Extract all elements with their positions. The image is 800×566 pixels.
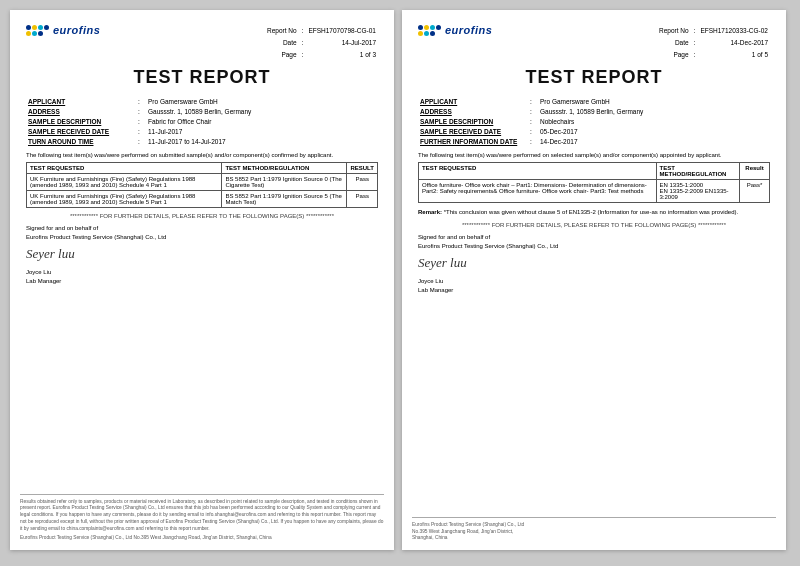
signed-section-1: Signed for and on behalf of Eurofins Pro… [26,224,378,286]
report-no-label-1: Report No [264,26,297,36]
address-value-2: Gaussstr. 1, 10589 Berlin, Germany [538,106,770,116]
date-label-1: Date [264,38,297,48]
report-1-title: TEST REPORT [26,67,378,88]
company-name-2: Eurofins Product Testing Service (Shangh… [418,242,770,251]
report-1-intro: The following test item(s) was/were perf… [26,152,378,158]
signer-name-2: Joyce Liu [418,277,770,286]
applicant-label-2: APPLICANT [418,96,528,106]
signed-for-1: Signed for and on behalf of [26,224,378,233]
report-no-value-2: EFSH17120333-CG-02 [697,26,768,36]
footer-2: Eurofins Product Testing Service (Shangh… [412,517,776,542]
logo-dots-2 [418,25,441,36]
remark-section-2: Remark: *This conclusion was given witho… [418,208,770,216]
applicant-value-2: Pro Gamersware GmbH [538,96,770,106]
page-container: eurofins Report No : EFSH17070798-CG-01 … [10,10,790,550]
test-col-header-1: TEST REQUESTED [27,163,222,174]
report-2-info-table: APPLICANT : Pro Gamersware GmbH ADDRESS … [418,96,770,146]
date-value-2: 14-Dec-2017 [697,38,768,48]
signed-section-2: Signed for and on behalf of Eurofins Pro… [418,233,770,295]
report-1-header: eurofins Report No : EFSH17070798-CG-01 … [26,24,378,61]
applicant-label-1: APPLICANT [26,96,136,106]
sample-recv-label-1: SAMPLE RECEIVED DATE [26,126,136,136]
footer-1: Results obtained refer only to samples, … [20,494,384,542]
further-info-label-2: FURTHER INFORMATION DATE [418,136,528,146]
date-value-1: 14-Jul-2017 [305,38,376,48]
page-label-2: Page [656,50,689,60]
test-requested-1-0: UK Furniture and Furnishings (Fire) (Saf… [27,174,222,191]
report-2-test-table: TEST REQUESTED TEST METHOD/REGULATION Re… [418,162,770,203]
table-row: UK Furniture and Furnishings (Fire) (Saf… [27,191,378,208]
report-1-info-table: APPLICANT : Pro Gamersware GmbH ADDRESS … [26,96,378,146]
test-method-1-1: BS 5852 Part 1:1979 Ignition Source 5 (T… [222,191,347,208]
signer-name-1: Joyce Liu [26,268,378,277]
footer-text-1: Results obtained refer only to samples, … [20,499,384,533]
signer-title-1: Lab Manager [26,277,378,286]
report-1-test-table: TEST REQUESTED TEST METHOD/REGULATION RE… [26,162,378,208]
logo-dots-1 [26,25,49,36]
method-col-header-2: TEST METHOD/REGULATION [656,163,740,180]
report-no-colon-1: : [299,26,304,36]
report-2-intro: The following test item(s) was/were perf… [418,152,770,158]
test-requested-1-1: UK Furniture and Furnishings (Fire) (Saf… [27,191,222,208]
date-label-2: Date [656,38,689,48]
further-details-2: ************ FOR FURTHER DETAILS, PLEASE… [418,222,770,228]
turnaround-value-1: 11-Jul-2017 to 14-Jul-2017 [146,136,378,146]
remark-label-2: Remark: [418,209,442,215]
further-info-value-2: 14-Dec-2017 [538,136,770,146]
method-col-header-1: TEST METHOD/REGULATION [222,163,347,174]
result-col-header-2: Result [740,163,770,180]
signed-for-2: Signed for and on behalf of [418,233,770,242]
eurofins-logo-1: eurofins [26,24,100,36]
test-col-header-2: TEST REQUESTED [419,163,657,180]
report-1-meta: Report No : EFSH17070798-CG-01 Date : 14… [262,24,378,61]
report-no-value-1: EFSH17070798-CG-01 [305,26,376,36]
result-col-header-1: RESULT [347,163,378,174]
test-requested-2-0: Office furniture- Office work chair – Pa… [419,180,657,203]
turnaround-label-1: TURN AROUND TIME [26,136,136,146]
address-label-1: ADDRESS [26,106,136,116]
eurofins-brand-2: eurofins [445,24,492,36]
signature-2: Seyer luu [418,253,770,275]
table-row: Office furniture- Office work chair – Pa… [419,180,770,203]
sample-desc-value-2: Noblechairs [538,116,770,126]
address-value-1: Gaussstr. 1, 10589 Berlin, Germany [146,106,378,116]
footer-address-2: Eurofins Product Testing Service (Shangh… [412,522,776,542]
sample-recv-value-2: 05-Dec-2017 [538,126,770,136]
report-1: eurofins Report No : EFSH17070798-CG-01 … [10,10,394,550]
report-2-meta: Report No : EFSH17120333-CG-02 Date : 14… [654,24,770,61]
test-method-2-0: EN 1335-1:2000 EN 1335-2:2009 EN1335-3:2… [656,180,740,203]
table-row: UK Furniture and Furnishings (Fire) (Saf… [27,174,378,191]
sample-recv-label-2: SAMPLE RECEIVED DATE [418,126,528,136]
further-details-1: ************ FOR FURTHER DETAILS, PLEASE… [26,213,378,219]
page-value-2: 1 of 5 [697,50,768,60]
page-label-1: Page [264,50,297,60]
sample-desc-value-1: Fabric for Office Chair [146,116,378,126]
report-no-label-2: Report No [656,26,689,36]
eurofins-logo-2: eurofins [418,24,492,36]
test-result-2-0: Pass* [740,180,770,203]
sample-recv-value-1: 11-Jul-2017 [146,126,378,136]
report-2: eurofins Report No : EFSH17120333-CG-02 … [402,10,786,550]
address-label-2: ADDRESS [418,106,528,116]
applicant-value-1: Pro Gamersware GmbH [146,96,378,106]
test-result-1-1: Pass [347,191,378,208]
company-name-1: Eurofins Product Testing Service (Shangh… [26,233,378,242]
signer-title-2: Lab Manager [418,286,770,295]
test-result-1-0: Pass [347,174,378,191]
page-value-1: 1 of 3 [305,50,376,60]
signature-1: Seyer luu [26,244,378,266]
report-2-title: TEST REPORT [418,67,770,88]
report-2-header: eurofins Report No : EFSH17120333-CG-02 … [418,24,770,61]
sample-desc-label-2: SAMPLE DESCRIPTION [418,116,528,126]
test-method-1-0: BS 5852 Part 1:1979 Ignition Source 0 (T… [222,174,347,191]
eurofins-brand-1: eurofins [53,24,100,36]
footer-address-1: Eurofins Product Testing Service (Shangh… [20,535,384,542]
remark-text-2: *This conclusion was given without claus… [444,209,738,215]
sample-desc-label-1: SAMPLE DESCRIPTION [26,116,136,126]
